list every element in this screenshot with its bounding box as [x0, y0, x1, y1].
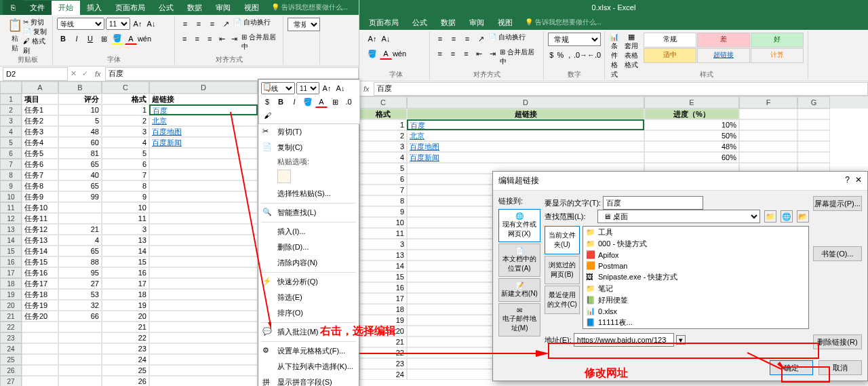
file-item[interactable]: 🟥Apifox [583, 250, 808, 260]
file-item[interactable]: 📁2024-03... [583, 328, 808, 329]
cell[interactable]: 任务5 [22, 148, 58, 159]
cell[interactable] [739, 119, 797, 130]
cell[interactable] [22, 332, 58, 343]
cell[interactable] [149, 289, 258, 300]
cell[interactable]: 百度新闻 [149, 137, 258, 148]
style-normal[interactable]: 常规 [644, 33, 696, 47]
row-header[interactable]: 14 [0, 235, 22, 246]
col-header-c[interactable]: C [102, 81, 149, 94]
ctx-sort[interactable]: 排序(O) [258, 305, 359, 321]
cell[interactable]: 任务12 [22, 224, 58, 235]
italic-icon[interactable]: I [71, 33, 83, 45]
cell[interactable]: 任务6 [22, 159, 58, 170]
cell[interactable] [149, 267, 258, 278]
cell[interactable]: 3 [102, 126, 149, 137]
paste-option-icon[interactable] [277, 170, 291, 183]
fill-color-icon[interactable]: 🪣 [111, 33, 123, 45]
tab-review[interactable]: 审阅 [209, 1, 237, 15]
percent-icon[interactable]: % [557, 49, 565, 61]
align-center-icon[interactable]: ≡ [191, 33, 202, 45]
tab-browsed-pages[interactable]: 浏览过的网页(B) [545, 256, 580, 284]
cell[interactable]: 10 [102, 202, 149, 213]
cell[interactable]: 任务8 [22, 180, 58, 191]
file-list[interactable]: 📁工具📁000 - 快捷方式🟥Apifox🟧Postman🖼Snipaste.e… [583, 226, 809, 329]
tab-review-r[interactable]: 审阅 [462, 16, 491, 30]
cell[interactable]: 任务3 [22, 126, 58, 137]
cell[interactable]: 60% [644, 152, 739, 163]
tellme-hint[interactable]: 💡 告诉我您想要做什么... [271, 3, 348, 12]
cell[interactable] [797, 109, 830, 119]
cell[interactable] [58, 354, 102, 365]
screentip-btn[interactable]: 屏幕提示(P)... [813, 196, 862, 211]
fx-icon[interactable]: fx [91, 70, 105, 78]
r-formula-bar[interactable] [374, 82, 868, 96]
cell[interactable] [22, 354, 58, 365]
cell[interactable]: 7 [102, 170, 149, 180]
cell[interactable] [149, 278, 258, 289]
ctx-cut[interactable]: ✂剪切(T) [258, 124, 359, 140]
cell[interactable]: 超链接 [407, 109, 644, 119]
cell[interactable]: 任务10 [22, 202, 58, 213]
r-number-format[interactable]: 常规 [548, 33, 601, 46]
cell[interactable]: 23 [102, 343, 149, 354]
cell[interactable]: 15 [102, 256, 149, 267]
cell[interactable]: 48% [644, 141, 739, 152]
style-calc[interactable]: 计算 [751, 48, 804, 63]
cell[interactable]: 4 [58, 235, 102, 246]
cell[interactable]: 任务11 [22, 213, 58, 224]
cell[interactable]: 60 [58, 137, 102, 148]
bookmark-btn[interactable]: 书签(O)... [813, 246, 862, 261]
quick-access[interactable]: ⎘ [3, 0, 23, 15]
cell[interactable] [149, 170, 258, 180]
cell[interactable]: 北京 [149, 115, 258, 126]
ctx-filter[interactable]: 筛选(E) [258, 290, 359, 305]
cell[interactable]: 16 [102, 267, 149, 278]
cell[interactable] [149, 213, 258, 224]
row-header[interactable]: 16 [0, 256, 22, 267]
cell[interactable]: 99 [58, 191, 102, 202]
r-col-f[interactable]: F [739, 96, 797, 109]
r-shrink-icon[interactable]: A↓ [380, 33, 392, 45]
address-input[interactable] [574, 333, 674, 347]
tab-insert[interactable]: 插入 [80, 1, 108, 15]
cell[interactable]: 25 [102, 365, 149, 376]
align-mid-icon[interactable]: ≡ [193, 18, 205, 30]
mini-border-icon[interactable]: ⊞ [329, 96, 341, 108]
cell[interactable]: 任务18 [22, 289, 58, 300]
col-header-d[interactable]: D [149, 81, 258, 94]
r-align-top-icon[interactable]: ≡ [434, 33, 446, 45]
r-align-center-icon[interactable]: ≡ [447, 47, 458, 60]
cell[interactable]: 任务4 [22, 137, 58, 148]
r-align-bot-icon[interactable]: ≡ [461, 33, 473, 45]
name-box[interactable] [3, 67, 68, 81]
cell[interactable] [149, 235, 258, 246]
cell[interactable]: 8 [102, 180, 149, 191]
r-align-right-icon[interactable]: ≡ [460, 47, 472, 60]
r-align-left-icon[interactable]: ≡ [434, 47, 446, 60]
indent-dec-icon[interactable]: ⇤ [216, 33, 227, 45]
cell[interactable] [58, 376, 102, 386]
cell[interactable] [149, 256, 258, 267]
cell[interactable]: 65 [58, 159, 102, 170]
cell[interactable]: 任务7 [22, 170, 58, 180]
cell[interactable]: 14 [359, 260, 407, 271]
ctx-delete[interactable]: 删除(D)... [258, 239, 359, 255]
row-header[interactable]: 12 [0, 213, 22, 224]
cell[interactable]: 百度地图 [149, 126, 258, 137]
bold-icon[interactable]: B [57, 33, 69, 45]
style-good[interactable]: 好 [751, 33, 804, 47]
style-hyperlink[interactable]: 超链接 [697, 48, 750, 63]
row-header[interactable]: 18 [0, 278, 22, 289]
row-header[interactable]: 7 [0, 159, 22, 170]
tab-view-r[interactable]: 视图 [491, 16, 519, 30]
cell[interactable]: 百度新闻 [407, 152, 644, 163]
cell[interactable]: 18 [102, 289, 149, 300]
cell[interactable]: 任务14 [22, 246, 58, 256]
r-indent-inc-icon[interactable]: ⇥ [486, 47, 498, 60]
cell[interactable]: 4 [102, 137, 149, 148]
conditional-format-icon[interactable]: 📊 [609, 33, 620, 41]
cell[interactable]: 95 [58, 267, 102, 278]
linkto-email[interactable]: ✉电子邮件地址(M) [498, 303, 540, 336]
file-item[interactable]: 📗好用便签 [583, 294, 808, 306]
cell[interactable]: 格式 [102, 94, 149, 104]
